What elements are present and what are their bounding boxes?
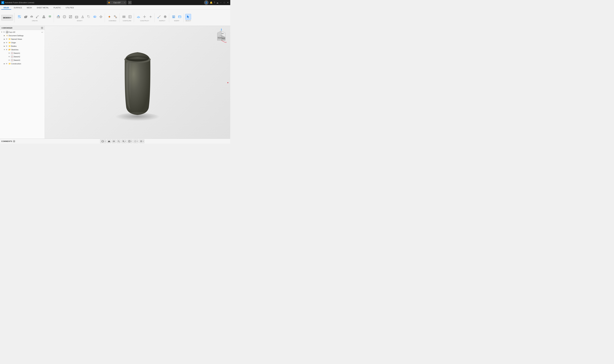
help-icon[interactable]: ?	[214, 1, 215, 4]
table-btn[interactable]	[127, 14, 133, 20]
modify-label: MODIFY	[77, 20, 83, 22]
insert-canvas-btn[interactable]	[177, 14, 182, 20]
minimize-btn[interactable]: –	[220, 1, 222, 4]
label-sketch2: Sketch2	[14, 56, 44, 58]
icon-sketch3	[11, 59, 14, 62]
tree-item-sketches[interactable]: ▼ 👁 📂 Sketches	[0, 48, 45, 52]
display-dropdown[interactable]: ▾	[131, 140, 132, 142]
grid-dropdown[interactable]: ▾	[143, 140, 144, 142]
configure-btn[interactable]	[121, 14, 127, 20]
create-more-btn[interactable]	[47, 14, 53, 20]
plane-btn[interactable]	[136, 14, 141, 20]
view-cube[interactable]: Z X FRONT RIGHT TOP	[215, 28, 228, 43]
eye-named-views[interactable]: 👁	[5, 38, 8, 40]
label-sketches: Sketches	[11, 49, 44, 51]
tree-item-bodies[interactable]: ▶ 👁 📁 Bodies	[0, 44, 45, 48]
zoom-btn[interactable]: ▾	[121, 139, 127, 143]
comments-settings-btn[interactable]: ⚙	[13, 140, 15, 143]
tree-item-origin[interactable]: ▶ 👁 📁 Origin	[0, 41, 45, 44]
tree-item-sketch2[interactable]: 👁 Sketch2	[0, 55, 45, 58]
cup-options[interactable]: ⋯	[42, 31, 44, 33]
visual-dropdown[interactable]: ▾	[137, 140, 138, 142]
orbit-btn[interactable]	[101, 140, 104, 143]
revolve-btn[interactable]	[29, 14, 35, 20]
select-label: SELECT	[185, 20, 191, 22]
push-pull-btn[interactable]	[56, 14, 61, 20]
home-view-btn[interactable]	[107, 139, 111, 143]
construct-label: CONSTRUCT	[140, 20, 149, 22]
combine-btn[interactable]	[92, 14, 98, 20]
eye-sketch3[interactable]: 👁	[8, 59, 10, 61]
eye-origin[interactable]: 👁	[5, 41, 8, 44]
sweep-btn[interactable]	[35, 14, 41, 20]
insert-label: INSERT	[174, 20, 179, 22]
tree-item-doc-settings[interactable]: ▶ ⚙ Document Settings	[0, 34, 45, 37]
tab-solid[interactable]: SOLID	[1, 6, 11, 10]
as-built-joint-btn[interactable]	[112, 14, 118, 20]
close-btn[interactable]: ✕	[227, 1, 229, 4]
svg-point-28	[109, 16, 110, 17]
browser-settings-icon[interactable]: ⚙	[41, 27, 43, 29]
joint-btn[interactable]	[107, 14, 112, 20]
tree-item-construction[interactable]: ▶ 👁 📁 Construction	[0, 62, 45, 65]
eye-sketches[interactable]: 👁	[5, 49, 8, 51]
viewport[interactable]: Z X FRONT RIGHT TOP	[45, 26, 230, 139]
tab-plastic[interactable]: PLASTIC	[51, 6, 63, 10]
browser-arrow[interactable]: ◀	[1, 27, 2, 29]
tab-mesh[interactable]: MESH	[25, 6, 34, 10]
browser-header: ◀ BROWSER ⚙	[0, 26, 45, 30]
move-btn[interactable]	[98, 14, 104, 20]
bottom-toolbar: COMMENTS ⚙ ▾ ▾ ▾	[0, 139, 230, 144]
icon-sketches: 📂	[8, 48, 11, 51]
axis-btn[interactable]	[142, 14, 147, 20]
assemble-group: ASSEMBLE	[106, 13, 119, 22]
eye-sketch1[interactable]: 👁	[8, 52, 10, 54]
tab-utilities[interactable]: UTILITIES	[63, 6, 76, 10]
zoom-dropdown[interactable]: ▾	[125, 140, 126, 142]
eye-cup[interactable]: 👁	[3, 31, 5, 33]
tab-sheet-metal[interactable]: SHEET METAL	[34, 6, 51, 10]
new-tab-btn[interactable]: +	[128, 1, 132, 4]
point-btn[interactable]	[148, 14, 154, 20]
shell-btn[interactable]	[74, 14, 80, 20]
display-mode-btn[interactable]: ▾	[127, 139, 133, 143]
fillet-btn[interactable]	[62, 14, 67, 20]
draft-btn[interactable]	[80, 14, 85, 20]
tab-surface[interactable]: SURFACE	[12, 6, 24, 10]
eye-bodies[interactable]: 👁	[5, 45, 8, 47]
zoom-fit-btn[interactable]	[117, 139, 121, 143]
eye-sketch2[interactable]: 👁	[8, 56, 10, 58]
tree-item-sketch1[interactable]: 👁 Sketch1	[0, 52, 45, 55]
zebra-btn[interactable]	[162, 14, 168, 20]
profile-icon[interactable]: 👤	[204, 0, 209, 5]
insert-group: INSERT	[170, 13, 184, 22]
grid-btn[interactable]: ▾	[139, 139, 144, 143]
browser-tree: ▼ 👁 Cup v10 ● ⋯ ▶ ⚙ Document Settings ▶	[0, 30, 45, 139]
loft-btn[interactable]	[41, 14, 47, 20]
svg-rect-38	[123, 17, 125, 18]
visual-style-btn[interactable]: ▾	[133, 139, 139, 143]
document-tab[interactable]: 🔶 Cup v10* ✕	[107, 0, 126, 5]
label-construction: Construction	[11, 63, 44, 65]
orbit-dropdown[interactable]: ▾	[105, 140, 106, 142]
tree-item-cup[interactable]: ▼ 👁 Cup v10 ● ⋯	[0, 30, 45, 34]
maximize-btn[interactable]: □	[223, 1, 225, 4]
insert-derive-btn[interactable]	[171, 14, 177, 20]
chamfer-btn[interactable]	[68, 14, 73, 20]
pan-btn[interactable]	[112, 139, 116, 143]
assemble-label: ASSEMBLE	[109, 20, 116, 22]
tab-close-btn[interactable]: ✕	[124, 2, 125, 3]
eye-construction[interactable]: 👁	[5, 63, 8, 65]
design-dropdown-btn[interactable]: DESIGN ▾	[1, 15, 13, 21]
tree-item-named-views[interactable]: ▶ 👁 📁 Named Views	[0, 37, 45, 41]
cloud-icon[interactable]: ☁	[216, 1, 218, 4]
inspect-label: INSPECT	[159, 20, 165, 22]
measure-btn[interactable]	[156, 14, 162, 20]
new-component-btn[interactable]	[17, 14, 22, 20]
tree-item-sketch3[interactable]: 👁 Sketch3	[0, 58, 45, 62]
notification-icon[interactable]: 🔔	[210, 1, 212, 4]
select-btn[interactable]	[185, 14, 191, 20]
extrude-btn[interactable]	[23, 14, 28, 20]
tab-label: Cup v10*	[113, 2, 121, 3]
scale-btn[interactable]	[86, 14, 92, 20]
